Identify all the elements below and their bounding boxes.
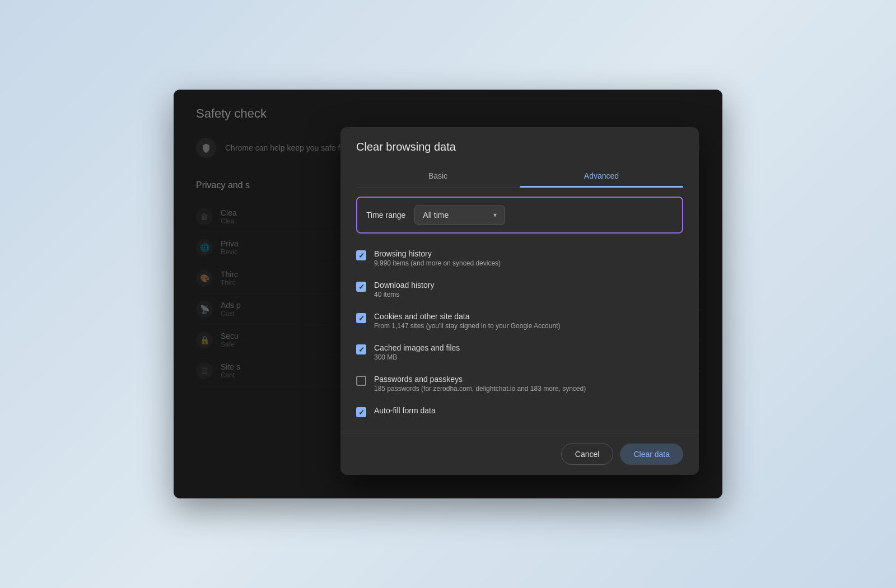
checkbox-5[interactable]: ✓ (356, 407, 366, 417)
checkbox-title-2: Cookies and other site data (374, 312, 560, 321)
checkbox-3[interactable]: ✓ (356, 344, 366, 354)
checkbox-subtitle-2: From 1,147 sites (you'll stay signed in … (374, 322, 560, 330)
checkbox-content-4: Passwords and passkeys 185 passwords (fo… (374, 375, 586, 393)
checkbox-1[interactable]: ✓ (356, 282, 366, 292)
checkbox-item[interactable]: ✓ Cookies and other site data From 1,147… (356, 305, 683, 337)
dialog-footer: Cancel Clear data (340, 433, 699, 475)
checkbox-subtitle-0: 9,990 items (and more on synced devices) (374, 259, 501, 267)
dialog-tabs: Basic Advanced (356, 165, 683, 188)
clear-data-button[interactable]: Clear data (620, 444, 683, 465)
checkbox-title-0: Browsing history (374, 249, 501, 258)
checkbox-subtitle-4: 185 passwords (for zerodha.com, delightc… (374, 385, 586, 393)
time-range-select[interactable]: All time ▾ (414, 206, 505, 225)
time-range-value: All time (423, 211, 449, 220)
checkmark-icon: ✓ (358, 346, 365, 353)
checkbox-content-0: Browsing history 9,990 items (and more o… (374, 249, 501, 267)
checkbox-title-4: Passwords and passkeys (374, 375, 586, 384)
checkbox-content-1: Download history 40 items (374, 281, 434, 298)
checkbox-4[interactable] (356, 376, 366, 386)
tab-basic[interactable]: Basic (356, 165, 520, 187)
tab-advanced[interactable]: Advanced (520, 165, 683, 187)
dropdown-arrow-icon: ▾ (493, 211, 497, 219)
checkbox-title-1: Download history (374, 281, 434, 290)
dialog-title: Clear browsing data (356, 141, 683, 153)
checkbox-subtitle-3: 300 MB (374, 353, 460, 361)
time-range-row: Time range All time ▾ (356, 197, 683, 234)
cancel-button[interactable]: Cancel (561, 444, 614, 465)
checkbox-2[interactable]: ✓ (356, 313, 366, 323)
checkbox-item[interactable]: ✓ Auto-fill form data (356, 399, 683, 424)
checkbox-subtitle-1: 40 items (374, 291, 434, 298)
checkbox-item[interactable]: ✓ Cached images and files 300 MB (356, 337, 683, 368)
checkbox-item[interactable]: ✓ Browsing history 9,990 items (and more… (356, 242, 683, 274)
checkbox-items: ✓ Browsing history 9,990 items (and more… (356, 242, 683, 424)
checkbox-item[interactable]: ✓ Download history 40 items (356, 274, 683, 305)
checkbox-title-5: Auto-fill form data (374, 406, 436, 415)
checkmark-icon: ✓ (358, 408, 365, 416)
time-range-label: Time range (366, 211, 405, 220)
clear-browsing-data-dialog: Clear browsing data Basic Advanced Time … (340, 127, 699, 475)
checkbox-content-3: Cached images and files 300 MB (374, 343, 460, 361)
checkbox-title-3: Cached images and files (374, 343, 460, 352)
dialog-body: Time range All time ▾ ✓ Browsing history… (340, 188, 699, 433)
browser-window: Safety check Chrome can help keep you sa… (174, 90, 722, 498)
checkbox-content-5: Auto-fill form data (374, 406, 436, 416)
checkmark-icon: ✓ (358, 283, 365, 290)
checkmark-icon: ✓ (358, 314, 365, 321)
checkbox-item[interactable]: Passwords and passkeys 185 passwords (fo… (356, 368, 683, 399)
dialog-header: Clear browsing data Basic Advanced (340, 127, 699, 188)
checkmark-icon: ✓ (358, 251, 365, 259)
checkbox-0[interactable]: ✓ (356, 250, 366, 260)
checkbox-content-2: Cookies and other site data From 1,147 s… (374, 312, 560, 330)
